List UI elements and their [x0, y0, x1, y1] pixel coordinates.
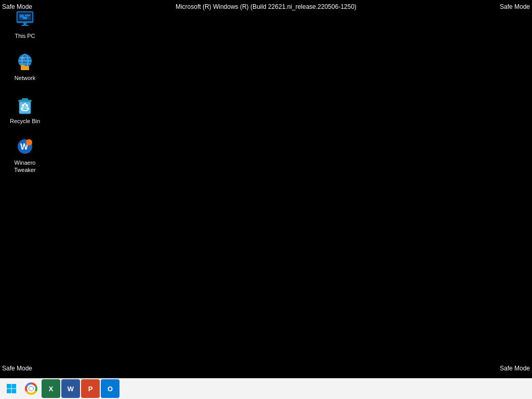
svg-rect-3	[21, 25, 29, 26]
winaero-tweaker-label: Winaero Tweaker	[6, 159, 44, 174]
chrome-taskbar-button[interactable]	[22, 379, 41, 398]
outlook-taskbar-button[interactable]: O	[101, 379, 119, 398]
svg-rect-15	[21, 66, 29, 70]
svg-rect-16	[21, 65, 25, 66]
recycle-bin-icon	[15, 95, 35, 115]
winaero-tweaker-icon: W	[15, 136, 35, 157]
taskbar: X W P O	[0, 378, 532, 399]
outlook-letter: O	[108, 385, 113, 393]
svg-rect-19	[22, 98, 28, 100]
network-label: Network	[15, 74, 35, 82]
svg-rect-33	[7, 384, 11, 389]
recycle-bin-label: Recycle Bin	[10, 117, 40, 125]
this-pc-label: This PC	[15, 32, 35, 39]
svg-rect-35	[7, 389, 11, 394]
safe-mode-top-right: Safe Mode	[500, 3, 530, 10]
svg-rect-6	[25, 15, 30, 16]
svg-rect-8	[23, 17, 27, 19]
excel-taskbar-button[interactable]: X	[42, 379, 60, 398]
word-taskbar-button[interactable]: W	[61, 379, 80, 398]
start-button[interactable]	[2, 379, 21, 398]
svg-rect-34	[12, 384, 17, 389]
svg-rect-36	[12, 389, 17, 394]
safe-mode-bottom-left: Safe Mode	[2, 365, 32, 372]
powerpoint-taskbar-button[interactable]: P	[81, 379, 100, 398]
powerpoint-letter: P	[88, 385, 93, 393]
svg-point-14	[21, 57, 25, 60]
safe-mode-bottom-right: Safe Mode	[500, 365, 530, 372]
desktop-icon-winaero-tweaker[interactable]: W Winaero Tweaker	[4, 134, 46, 176]
excel-letter: X	[49, 385, 54, 393]
svg-rect-24	[20, 102, 22, 112]
network-icon	[15, 51, 35, 72]
word-letter: W	[68, 385, 74, 393]
desktop-icon-recycle-bin[interactable]: Recycle Bin	[4, 92, 46, 127]
safe-mode-top-left: Safe Mode	[2, 3, 32, 10]
desktop: This PC Network	[0, 0, 532, 378]
desktop-icon-this-pc[interactable]: This PC	[4, 7, 46, 42]
desktop-icon-network[interactable]: Network	[4, 49, 46, 84]
svg-point-40	[29, 387, 33, 391]
this-pc-icon	[15, 9, 35, 30]
